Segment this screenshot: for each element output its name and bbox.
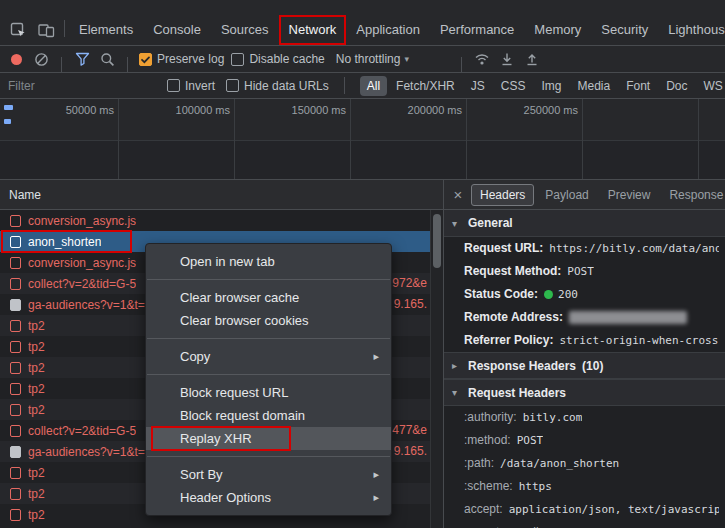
tab-payload[interactable]: Payload <box>537 185 596 205</box>
request-row[interactable]: conversion_async.js <box>0 210 443 231</box>
filter-pill-media[interactable]: Media <box>570 76 617 96</box>
pixel-file-icon <box>10 488 21 500</box>
tab-elements[interactable]: Elements <box>69 15 143 45</box>
import-har-icon[interactable] <box>498 50 516 68</box>
toolbar-divider <box>61 57 62 74</box>
response-headers-count: (10) <box>582 359 603 373</box>
menu-item-open-in-new-tab[interactable]: Open in new tab <box>146 250 391 273</box>
toolbar-divider <box>344 77 345 94</box>
request-name: tp2 <box>28 487 45 501</box>
timeline-gridline <box>582 99 583 179</box>
menu-item-copy[interactable]: Copy ▸ <box>146 345 391 368</box>
filter-pill-doc[interactable]: Doc <box>659 76 694 96</box>
chevron-expanded-icon: ▾ <box>452 387 462 398</box>
throttling-select[interactable]: No throttling ▾ <box>336 52 409 66</box>
general-field: Request Method: POST <box>444 260 725 283</box>
network-conditions-icon[interactable] <box>473 50 491 68</box>
filter-pill-fetch-xhr[interactable]: Fetch/XHR <box>389 76 462 96</box>
general-section-header[interactable]: ▾ General <box>444 210 725 237</box>
toolbar-divider <box>64 20 65 37</box>
clear-button[interactable] <box>32 50 50 68</box>
request-headers-section-header[interactable]: ▾ Request Headers <box>444 379 725 406</box>
filter-pill-js[interactable]: JS <box>464 76 492 96</box>
menu-item-block-request-domain[interactable]: Block request domain <box>146 404 391 427</box>
document-file-icon <box>10 299 21 311</box>
general-field: Status Code: 200 <box>444 283 725 306</box>
request-name: conversion_async.js <box>28 256 136 270</box>
filter-pill-ws[interactable]: WS <box>697 76 725 96</box>
field-value: https://bitly.com/data/anon <box>549 241 719 256</box>
search-icon[interactable] <box>98 50 116 68</box>
checkbox-unchecked-icon <box>226 79 239 92</box>
menu-item-label: Sort By <box>180 467 223 482</box>
pixel-file-icon <box>10 425 21 437</box>
filter-pill-img[interactable]: Img <box>534 76 568 96</box>
filter-toggle-icon[interactable] <box>73 50 91 68</box>
chevron-collapsed-icon: ▸ <box>452 360 462 371</box>
tab-memory[interactable]: Memory <box>524 15 591 45</box>
menu-item-label: Header Options <box>180 490 271 505</box>
checkbox-unchecked-icon <box>167 79 180 92</box>
tab-response[interactable]: Response <box>661 185 725 205</box>
request-header-field: :scheme: https <box>444 475 725 498</box>
submenu-arrow-icon: ▸ <box>373 350 379 363</box>
menu-item-sort-by[interactable]: Sort By ▸ <box>146 463 391 486</box>
tab-sources[interactable]: Sources <box>211 15 279 45</box>
menu-divider <box>147 279 390 280</box>
tab-headers[interactable]: Headers <box>471 184 534 206</box>
disable-cache-checkbox[interactable]: Disable cache <box>231 52 324 66</box>
filter-input[interactable]: Filter <box>8 79 156 93</box>
inspect-element-icon[interactable] <box>4 15 32 45</box>
tab-application[interactable]: Application <box>346 15 430 45</box>
export-har-icon[interactable] <box>523 50 541 68</box>
request-name: tp2 <box>28 403 45 417</box>
invert-label: Invert <box>185 79 215 93</box>
menu-item-block-request-url[interactable]: Block request URL <box>146 381 391 404</box>
device-toolbar-icon[interactable] <box>32 15 60 45</box>
vertical-scrollbar[interactable] <box>430 210 443 528</box>
submenu-arrow-icon: ▸ <box>373 491 379 504</box>
scrollbar-thumb[interactable] <box>433 214 441 268</box>
timeline-gridline <box>118 99 119 179</box>
tab-console[interactable]: Console <box>143 15 211 45</box>
header-value: application/json, text/javascrip <box>509 502 719 517</box>
request-details-panel: × Headers Payload Preview Response ▾ Gen… <box>444 180 725 528</box>
tab-lighthouse[interactable]: Lighthouse <box>658 15 725 45</box>
preserve-log-checkbox[interactable]: Preserve log <box>139 52 224 66</box>
pixel-file-icon <box>10 362 21 374</box>
menu-item-clear-browser-cache[interactable]: Clear browser cache <box>146 286 391 309</box>
menu-item-clear-browser-cookies[interactable]: Clear browser cookies <box>146 309 391 332</box>
tab-security[interactable]: Security <box>591 15 658 45</box>
field-label: Referrer Policy: <box>464 333 553 348</box>
menu-item-label: Block request domain <box>180 408 305 423</box>
timeline-gridline <box>698 99 699 179</box>
general-field: Request URL: https://bitly.com/data/anon <box>444 237 725 260</box>
response-headers-section-header[interactable]: ▸ Response Headers (10) <box>444 352 725 379</box>
tab-network[interactable]: Network <box>279 15 347 45</box>
timeline-gridline <box>466 99 467 179</box>
request-header-field: :path: /data/anon_shorten <box>444 452 725 475</box>
general-field: Remote Address: <box>444 306 725 329</box>
header-name: :authority: <box>464 410 517 425</box>
field-value: POST <box>567 264 594 279</box>
tab-performance[interactable]: Performance <box>430 15 524 45</box>
name-column-header[interactable]: Name <box>0 180 443 210</box>
name-column-label: Name <box>9 188 41 202</box>
filter-pill-all[interactable]: All <box>360 76 387 96</box>
invert-checkbox[interactable]: Invert <box>167 79 215 93</box>
menu-item-label: Copy <box>180 349 210 364</box>
hide-data-urls-checkbox[interactable]: Hide data URLs <box>226 79 329 93</box>
request-name: ga-audiences?v=1&t= <box>28 298 145 312</box>
record-button[interactable] <box>7 50 25 68</box>
checkbox-checked-icon <box>139 53 152 66</box>
record-icon <box>11 54 22 65</box>
request-name: ga-audiences?v=1&t= <box>28 445 145 459</box>
network-overview-timeline[interactable]: 50000 ms 100000 ms 150000 ms 200000 ms 2… <box>0 99 725 180</box>
close-icon[interactable]: × <box>448 186 468 203</box>
menu-item-header-options[interactable]: Header Options ▸ <box>146 486 391 509</box>
filter-pill-font[interactable]: Font <box>619 76 657 96</box>
menu-item-replay-xhr[interactable]: Replay XHR <box>146 427 391 450</box>
tab-preview[interactable]: Preview <box>600 185 659 205</box>
request-name: tp2 <box>28 361 45 375</box>
filter-pill-css[interactable]: CSS <box>494 76 533 96</box>
